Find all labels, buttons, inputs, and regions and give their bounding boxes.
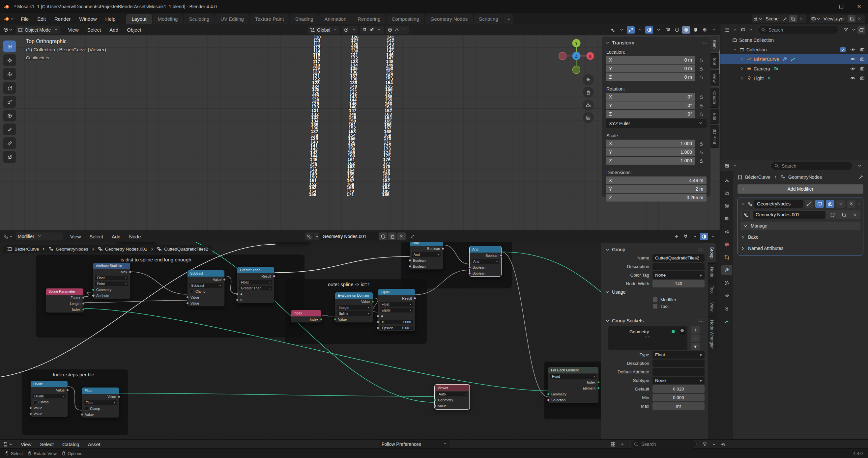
lock-icon[interactable] (695, 58, 707, 63)
node-header[interactable]: Subtract (187, 270, 224, 276)
orientation-dropdown[interactable]: Global (308, 26, 340, 34)
node-spline-parameter[interactable]: Spline ParameterFactorLengthIndex (45, 288, 84, 313)
tree-unlink-button[interactable]: × (397, 232, 406, 240)
node-header[interactable]: Attribute Statistic (93, 263, 130, 269)
workspace-tab-modeling[interactable]: Modeling (153, 14, 183, 24)
node-editor-type-chevron-icon[interactable] (8, 234, 13, 239)
node-group-name-field[interactable]: Geometry Nodes.001 (753, 211, 826, 219)
lock-icon[interactable] (695, 66, 707, 71)
socket-field-description[interactable] (652, 360, 705, 367)
proportional-edit-toggle[interactable] (385, 26, 409, 34)
minimize-button[interactable]: ─ (815, 0, 832, 13)
workspace-tab-compositing[interactable]: Compositing (386, 14, 425, 24)
tree-selector-chevron[interactable] (314, 232, 319, 240)
asset-search-input[interactable]: Search (630, 440, 696, 449)
orthographic-toggle-button[interactable] (583, 112, 594, 123)
node-dropdown-divide[interactable]: Divide▾ (33, 394, 66, 398)
node-menu-add[interactable]: Add (107, 232, 125, 241)
new-collection-button[interactable] (858, 26, 865, 34)
socket-selection[interactable] (547, 399, 550, 401)
asset-filter-chevron[interactable] (710, 440, 718, 448)
node-menu-node[interactable]: Node (125, 232, 145, 241)
overlays-chevron-icon[interactable] (654, 26, 662, 34)
add-cube-tool[interactable] (3, 151, 16, 163)
node-attribute-statistic[interactable]: Attribute StatisticMaxFloat▾Point▾Geomet… (93, 262, 130, 299)
node-dropdown-and[interactable]: And▾ (412, 252, 441, 257)
viewport-menu-object[interactable]: Object (123, 26, 145, 34)
lock-icon[interactable] (695, 103, 707, 108)
outliner-item-scene-collection[interactable]: Scene Collection (720, 35, 868, 45)
asset-editor-chevron-icon[interactable] (8, 442, 13, 447)
socket-result[interactable] (413, 297, 416, 300)
modifier-delete-button[interactable]: × (847, 200, 856, 208)
socket-a[interactable] (236, 293, 239, 295)
socket-value[interactable] (223, 278, 226, 281)
rotate-tool[interactable] (3, 82, 16, 94)
socket-boolean[interactable] (500, 254, 502, 257)
node-sidebar-tab-view[interactable]: View (708, 299, 716, 315)
transform-field-dimensions-y[interactable]: Y2 m (606, 185, 707, 193)
gizmo-negative-x-axis[interactable] (559, 52, 566, 60)
node-header[interactable]: Evaluate on Domain (335, 292, 373, 299)
sidebar-tab-view[interactable]: View (711, 70, 719, 86)
socket-length[interactable] (82, 302, 85, 305)
outliner-filter-chevron-icon[interactable] (849, 26, 858, 34)
node-divide[interactable]: DivideValueDivide▾ClampValueValue (30, 381, 68, 417)
shading-solid-button[interactable] (682, 26, 690, 34)
properties-options-chevron-icon[interactable] (856, 162, 863, 170)
app-menu-icon[interactable] (4, 16, 9, 22)
camera-view-button[interactable] (583, 99, 594, 111)
rotation-mode-dropdown[interactable]: XYZ Euler (606, 119, 707, 128)
zoom-button[interactable] (583, 74, 594, 85)
socket-element[interactable] (597, 387, 600, 390)
node-greater-than[interactable]: Greater ThanResultFloat▾Greater Than▾AB (237, 267, 275, 303)
transform-field-location-x[interactable]: X0 m (606, 56, 695, 64)
select-box-tool[interactable] (3, 40, 16, 52)
node-value[interactable]: ValueValue (276, 242, 310, 243)
socket-field-subtype[interactable]: None▾ (652, 377, 705, 384)
modifier-collapse-icon[interactable] (741, 201, 745, 206)
node-dropdown-spline[interactable]: Spline▾ (337, 311, 371, 316)
properties-tab-tool[interactable] (721, 175, 732, 185)
node-dropdown-point[interactable]: Point▾ (95, 282, 128, 286)
viewport-menu-select[interactable]: Select (83, 26, 105, 34)
modifier-render-toggle[interactable] (826, 200, 834, 208)
outliner-filter-scope-icon[interactable] (739, 26, 747, 34)
breadcrumb-item[interactable]: BézierCurve (14, 247, 39, 252)
properties-tab-modifiers[interactable] (721, 265, 732, 275)
node-equal[interactable]: EqualResultFloat▾Equal▾AB1.000Epsilon0.0… (378, 289, 415, 331)
node-header[interactable]: Floor (82, 388, 119, 394)
socket-epsilon[interactable] (377, 327, 379, 329)
sidebar-tab-item[interactable]: Item (711, 37, 719, 52)
asset-menu-catalog[interactable]: Catalog (58, 440, 84, 449)
node-value-b[interactable]: B1.000 (380, 320, 413, 324)
display-mode-icon[interactable] (609, 440, 617, 448)
unlink-node-group-button[interactable]: × (850, 211, 859, 219)
workspace-tab-geometry-nodes[interactable]: Geometry Nodes (425, 14, 473, 24)
socket-value[interactable] (186, 296, 189, 299)
expand-icon[interactable] (739, 76, 745, 81)
unlink-view-layer-button[interactable]: × (856, 15, 863, 22)
asset-settings-gear-icon[interactable] (719, 440, 727, 448)
properties-editor-icon[interactable] (723, 162, 731, 170)
node-snap-toggle[interactable] (681, 233, 689, 240)
tree-selector-icon[interactable] (305, 232, 313, 240)
menu-edit[interactable]: Edit (33, 15, 50, 23)
node-dropdown-subtract[interactable]: Subtract▾ (189, 283, 222, 288)
node-group-selector-icon[interactable] (742, 211, 750, 219)
node-and[interactable]: AndBooleanAnd▾BooleanBoolean (410, 242, 443, 270)
node-sidebar-tab-tool[interactable]: Tool (708, 282, 716, 297)
editor-type-chevron-icon[interactable] (8, 27, 13, 32)
socket-index[interactable] (82, 308, 85, 311)
properties-pin-icon[interactable] (859, 175, 863, 180)
transform-field-scale-y[interactable]: Y1.000 (606, 148, 695, 156)
node-header[interactable]: Divide (31, 381, 67, 387)
socket-boolean[interactable] (409, 265, 411, 268)
modifier-section-named-attributes[interactable]: Named Attributes (741, 244, 861, 253)
add-modifier-button[interactable]: ＋ Add Modifier (738, 185, 863, 194)
socket-value[interactable] (29, 406, 32, 409)
workspace-tab-shading[interactable]: Shading (290, 14, 319, 24)
socket-boolean[interactable] (468, 272, 471, 274)
socket-toggle-pill[interactable] (680, 328, 685, 335)
group-sockets-header[interactable]: Group Sockets∷∷ (604, 317, 705, 324)
